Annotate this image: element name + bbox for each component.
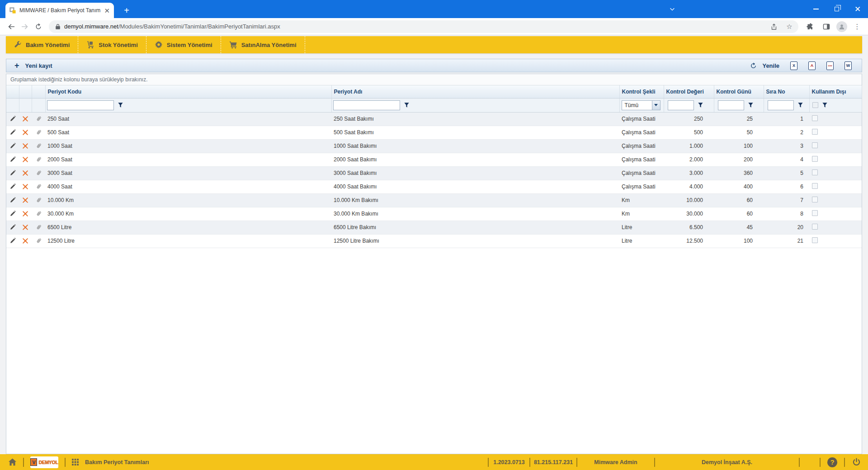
table-row[interactable]: 500 Saat 500 Saat Bakımı Çalışma Saati 5… [6,126,862,139]
edit-icon[interactable] [9,142,17,150]
filter-sira-no-input[interactable] [768,100,794,110]
kullanim-disi-checkbox[interactable] [812,169,818,175]
col-header-kullanim-disi[interactable]: Kullanım Dışı [809,85,862,98]
export-xls-icon[interactable]: X [790,61,797,70]
home-icon[interactable] [8,458,17,466]
menu-stok-yonetimi[interactable]: Stok Yönetimi [78,36,146,53]
edit-icon[interactable] [9,183,17,191]
delete-icon[interactable] [21,128,29,136]
filter-funnel-icon[interactable] [118,103,123,108]
filter-periyot-kodu-input[interactable] [47,100,114,110]
tab-search-chevron-icon[interactable] [662,0,683,18]
filter-kontrol-gunu-input[interactable] [718,100,744,110]
logout-power-icon[interactable] [845,454,868,470]
new-tab-button[interactable]: + [120,4,133,17]
col-header-kontrol-sekli[interactable]: Kontrol Şekli [619,85,664,98]
table-row[interactable]: 6500 Litre 6500 Litre Bakımı Litre 6.500… [6,221,862,234]
edit-icon[interactable] [9,115,17,123]
kullanim-disi-checkbox[interactable] [812,224,818,230]
attachment-icon[interactable] [34,142,42,150]
attachment-icon[interactable] [34,115,42,123]
filter-funnel-icon[interactable] [798,103,803,108]
attachment-icon[interactable] [34,237,42,245]
attachment-icon[interactable] [34,128,42,136]
filter-kontrol-sekli-dropdown[interactable]: Tümü [622,100,660,110]
group-panel[interactable]: Gruplamak istediğiniz kolonu buraya sürü… [6,74,862,85]
table-row[interactable]: 2000 Saat 2000 Saat Bakımı Çalışma Saati… [6,153,862,166]
attachment-icon[interactable] [34,169,42,177]
delete-icon[interactable] [21,142,29,150]
filter-funnel-icon[interactable] [822,103,827,108]
profile-avatar[interactable] [836,21,847,32]
delete-icon[interactable] [21,210,29,218]
table-row[interactable]: 30.000 Km 30.000 Km Bakımı Km 30.000 60 … [6,207,862,221]
attachment-icon[interactable] [34,183,42,191]
kullanim-disi-checkbox[interactable] [812,142,818,148]
kullanim-disi-checkbox[interactable] [812,210,818,216]
edit-icon[interactable] [9,155,17,164]
reload-button[interactable] [32,20,45,33]
col-header-periyot-kodu[interactable]: Periyot Kodu [45,85,331,98]
tab-close-icon[interactable]: ✕ [104,7,110,14]
edit-icon[interactable] [9,196,17,204]
share-icon[interactable] [768,20,780,33]
delete-icon[interactable] [21,115,29,123]
table-row[interactable]: 4000 Saat 4000 Saat Bakımı Çalışma Saati… [6,180,862,193]
kullanim-disi-checkbox[interactable] [812,156,818,162]
table-row[interactable]: 12500 Litre 12500 Litre Bakımı Litre 12.… [6,234,862,248]
help-icon[interactable]: ? [827,457,837,467]
browser-menu-icon[interactable]: ⋮ [851,20,863,33]
delete-icon[interactable] [21,237,29,245]
side-panel-icon[interactable] [820,20,833,33]
edit-icon[interactable] [9,210,17,218]
window-close-button[interactable]: ✕ [847,0,868,18]
col-header-kontrol-degeri[interactable]: Kontrol Değeri [664,85,714,98]
table-row[interactable]: 250 Saat 250 Saat Bakımı Çalışma Saati 2… [6,112,862,126]
window-minimize-button[interactable] [806,0,826,18]
table-row[interactable]: 10.000 Km 10.000 Km Bakımı Km 10.000 60 … [6,193,862,207]
col-header-kontrol-gunu[interactable]: Kontrol Günü [714,85,764,98]
edit-icon[interactable] [9,128,17,136]
delete-icon[interactable] [21,183,29,191]
attachment-icon[interactable] [34,155,42,164]
col-header-sira-no[interactable]: Sıra No [764,85,809,98]
filter-periyot-adi-input[interactable] [333,100,400,110]
table-row[interactable]: 1000 Saat 1000 Saat Bakımı Çalışma Saati… [6,139,862,153]
delete-icon[interactable] [21,169,29,177]
filter-funnel-icon[interactable] [698,103,703,108]
kullanim-disi-checkbox[interactable] [812,129,818,135]
export-pdf-icon[interactable]: A [808,61,816,70]
menu-sistem-yonetimi[interactable]: Sistem Yönetimi [146,36,221,53]
refresh-button[interactable]: Yenile [762,62,779,69]
edit-icon[interactable] [9,223,17,231]
filter-funnel-icon[interactable] [404,103,409,108]
filter-funnel-icon[interactable] [748,103,753,108]
table-row[interactable]: 3000 Saat 3000 Saat Bakımı Çalışma Saati… [6,166,862,180]
new-record-button[interactable]: + Yeni kayıt [14,61,52,70]
delete-icon[interactable] [21,223,29,231]
back-button[interactable] [5,20,18,33]
col-header-periyot-adi[interactable]: Periyot Adı [331,85,619,98]
menu-satinalma-yonetimi[interactable]: SatınAlma Yönetimi [221,36,305,53]
kullanim-disi-checkbox[interactable] [812,115,818,121]
dropdown-arrow-icon[interactable] [652,101,660,110]
refresh-icon[interactable] [750,62,757,69]
attachment-icon[interactable] [34,210,42,218]
kullanim-disi-checkbox[interactable] [812,237,818,243]
browser-tab[interactable]: MIMWARE / Bakım Periyot Tanım ✕ [5,3,114,18]
filter-kontrol-degeri-input[interactable] [668,100,694,110]
apps-grid-icon[interactable] [72,459,79,465]
extensions-puzzle-icon[interactable] [804,20,816,33]
menu-bakim-yonetimi[interactable]: Bakım Yönetimi [6,36,78,53]
attachment-icon[interactable] [34,223,42,231]
edit-icon[interactable] [9,237,17,245]
delete-icon[interactable] [21,196,29,204]
forward-button[interactable] [18,20,32,33]
bookmark-star-icon[interactable]: ☆ [783,20,796,33]
filter-kullanim-disi-checkbox[interactable] [812,102,818,108]
address-bar[interactable]: demyol.mimware.net/Modules/BakimYonetimi… [49,20,798,33]
export-csv-icon[interactable]: csv [826,61,834,70]
edit-icon[interactable] [9,169,17,177]
kullanim-disi-checkbox[interactable] [812,197,818,202]
export-doc-icon[interactable]: W [844,61,852,70]
